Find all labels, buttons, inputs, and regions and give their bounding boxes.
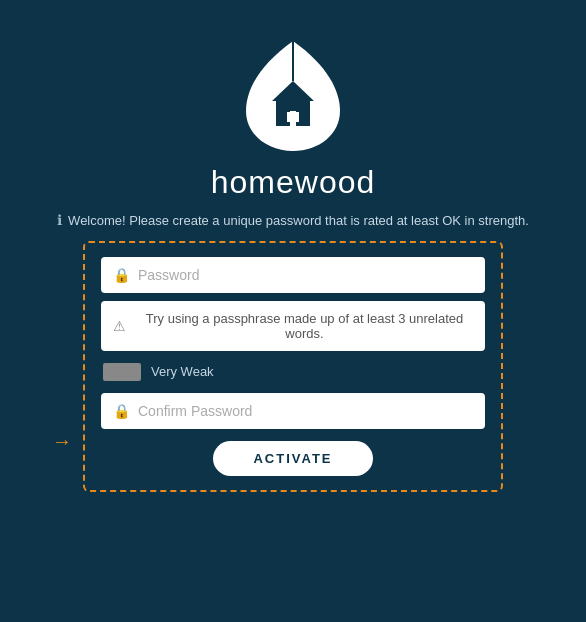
password-field-wrapper: 🔒 bbox=[101, 257, 485, 293]
warning-icon: ⚠ bbox=[113, 318, 126, 334]
strength-bar bbox=[103, 363, 141, 381]
activate-button[interactable]: ACTIVATE bbox=[213, 441, 372, 476]
warning-text: Try using a passphrase made up of at lea… bbox=[136, 311, 473, 341]
warning-box: ⚠ Try using a passphrase made up of at l… bbox=[101, 301, 485, 351]
info-icon: ℹ bbox=[57, 212, 62, 228]
strength-label: Very Weak bbox=[151, 364, 214, 379]
app-logo bbox=[238, 36, 348, 156]
lock-icon-password: 🔒 bbox=[113, 267, 130, 283]
arrow-indicator: → bbox=[52, 430, 72, 453]
logo-area: homewood bbox=[211, 36, 376, 201]
welcome-message: Welcome! Please create a unique password… bbox=[68, 211, 529, 231]
welcome-row: ℹ Welcome! Please create a unique passwo… bbox=[17, 211, 569, 231]
svg-rect-1 bbox=[287, 112, 299, 122]
confirm-password-field-wrapper: 🔒 bbox=[101, 393, 485, 429]
lock-icon-confirm: 🔒 bbox=[113, 403, 130, 419]
confirm-password-input[interactable] bbox=[138, 403, 473, 419]
app-name: homewood bbox=[211, 164, 376, 201]
strength-row: Very Weak bbox=[101, 359, 485, 385]
password-input[interactable] bbox=[138, 267, 473, 283]
form-container: 🔒 ⚠ Try using a passphrase made up of at… bbox=[83, 241, 503, 492]
arrow-icon: → bbox=[52, 430, 72, 453]
